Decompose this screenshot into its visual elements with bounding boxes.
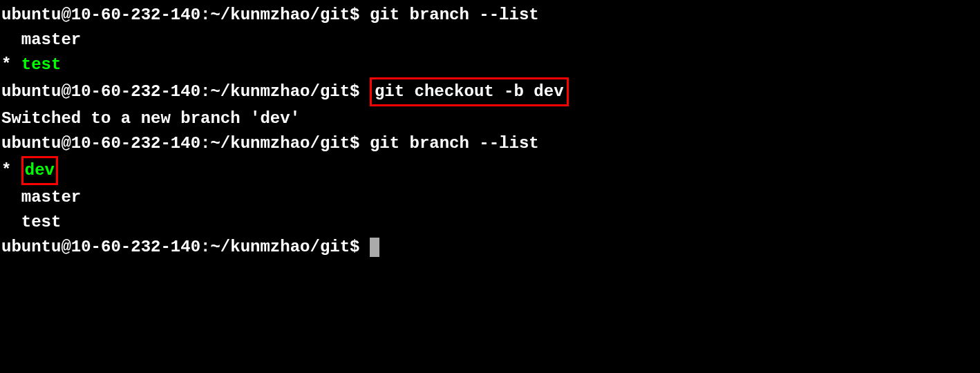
- branch-current-marker: *: [1, 55, 21, 74]
- branch-current: dev: [25, 161, 55, 180]
- terminal-line: ubuntu@10-60-232-140:~/kunmzhao/git$ git…: [1, 131, 979, 156]
- terminal-line: * dev: [1, 156, 979, 185]
- branch-item: master: [1, 188, 81, 207]
- branch-item: test: [1, 213, 61, 231]
- shell-prompt: ubuntu@10-60-232-140:~/kunmzhao/git$: [1, 6, 370, 24]
- shell-prompt: ubuntu@10-60-232-140:~/kunmzhao/git$: [1, 238, 370, 256]
- branch-current-marker: *: [1, 161, 21, 180]
- output-text: Switched to a new branch 'dev': [1, 109, 300, 128]
- terminal-line: ubuntu@10-60-232-140:~/kunmzhao/git$ git…: [1, 77, 979, 106]
- terminal-line: test: [1, 210, 979, 235]
- terminal-window[interactable]: ubuntu@10-60-232-140:~/kunmzhao/git$ git…: [0, 0, 980, 262]
- terminal-line: ubuntu@10-60-232-140:~/kunmzhao/git$ git…: [1, 3, 979, 28]
- terminal-line: master: [1, 28, 979, 52]
- terminal-line: Switched to a new branch 'dev': [1, 106, 979, 131]
- terminal-line: master: [1, 185, 979, 210]
- highlighted-command: git checkout -b dev: [370, 77, 569, 106]
- command-text: git checkout -b dev: [375, 82, 564, 101]
- shell-prompt: ubuntu@10-60-232-140:~/kunmzhao/git$: [1, 134, 370, 153]
- command-text: git branch --list: [370, 6, 539, 24]
- highlighted-branch: dev: [21, 156, 58, 185]
- terminal-line: * test: [1, 52, 979, 77]
- cursor-icon: [370, 238, 379, 257]
- shell-prompt: ubuntu@10-60-232-140:~/kunmzhao/git$: [1, 82, 370, 101]
- branch-current: test: [21, 55, 62, 74]
- branch-item: master: [1, 30, 81, 49]
- terminal-line: ubuntu@10-60-232-140:~/kunmzhao/git$: [1, 235, 979, 260]
- command-text: git branch --list: [370, 134, 539, 153]
